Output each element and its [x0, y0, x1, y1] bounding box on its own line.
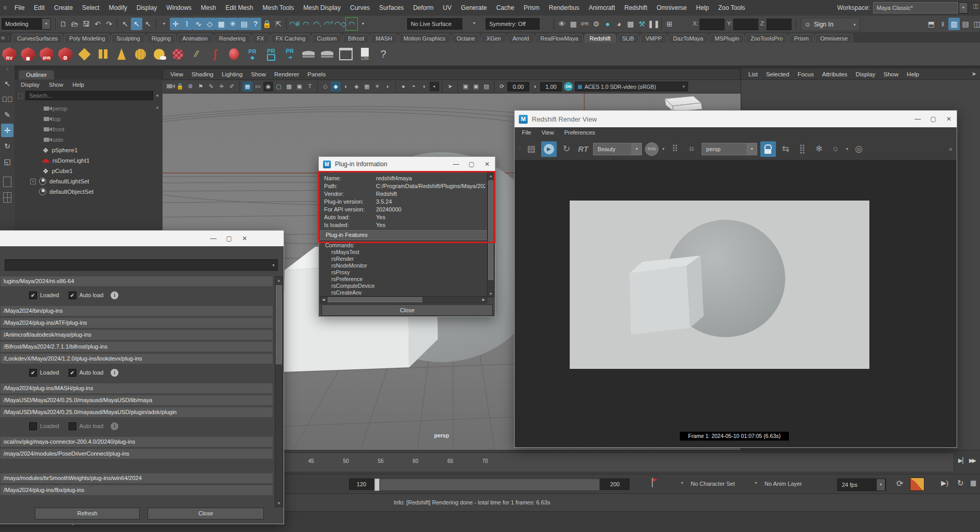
match-resolution-icon[interactable]: ⇆ [779, 141, 793, 157]
new-scene-icon[interactable]: 🗋 [58, 18, 69, 30]
minimize-icon[interactable]: — [206, 235, 221, 242]
bucket-grid-icon[interactable]: ⣿ [796, 141, 809, 157]
viewport-menu-renderer[interactable]: Renderer [270, 69, 303, 79]
outliner-search-input[interactable]: Search... [25, 91, 153, 100]
image-plane-icon[interactable]: ✎ [206, 82, 216, 91]
fps-selector[interactable]: 24 fps ▼ [837, 478, 886, 491]
maximize-icon[interactable]: ▢ [221, 235, 237, 242]
gamma-field[interactable]: 1.00 [540, 82, 562, 91]
info-icon[interactable]: i [111, 291, 118, 299]
lock-selection-icon[interactable]: 🔒 [261, 18, 273, 30]
menu-curves[interactable]: Curves [345, 0, 374, 16]
shelf-checker-sphere-button[interactable] [168, 44, 187, 64]
motion-blur-icon[interactable]: ◗ [383, 82, 393, 91]
menu-display[interactable]: Display [132, 0, 162, 16]
magnet-point-icon[interactable]: ◠. [312, 18, 323, 30]
plugin-path-row[interactable]: /maya/modules/brSmoothWeights/plug-ins/w… [1, 473, 273, 483]
lock-camera-button[interactable] [760, 141, 776, 157]
lasso-tool-icon[interactable]: ↖⃝ [1, 92, 14, 106]
lock-camera-icon[interactable]: 🔒 [175, 82, 185, 91]
scale-tool-icon[interactable]: ◱ [1, 155, 14, 168]
plugin-path-row[interactable]: /Bifrost/Maya2024/2.7.1.1/bifrost/plug-i… [1, 342, 273, 352]
screen-space-ao-icon[interactable]: ☀ [372, 82, 382, 91]
plugin-info-close-button[interactable]: Close [321, 304, 493, 316]
scroll-down-icon[interactable]: ▼ [275, 501, 283, 505]
snap-film-icon[interactable]: ▤ [238, 18, 250, 30]
snapshot-icon[interactable]: ▤ [525, 141, 538, 157]
menu-windows[interactable]: Windows [162, 0, 196, 16]
shelf-tab-animation[interactable]: Animation [177, 34, 213, 43]
search-options-caret-icon[interactable]: ▼ [155, 94, 159, 98]
highlight-selection-icon[interactable]: ⇱ [273, 18, 284, 30]
autoload-checkbox-unchecked[interactable] [69, 422, 76, 430]
select-component-icon[interactable]: ↖ [142, 18, 154, 30]
mute-audio-icon[interactable]: ▶) [941, 479, 948, 487]
grid-settings-icon[interactable]: ▦ [970, 479, 976, 487]
scroll-up-icon[interactable]: ▲ [275, 278, 283, 282]
camera-attributes-icon[interactable]: ⚙ [185, 82, 195, 91]
loaded-checkbox-unchecked[interactable] [29, 422, 37, 430]
playback-loop-icon[interactable]: ⟳ [896, 478, 903, 488]
menu-file[interactable]: File [10, 0, 29, 16]
time-slider-track[interactable]: 45 50 55 60 65 70 [236, 453, 954, 472]
wireframe-icon[interactable]: ◇ [320, 82, 330, 91]
scroll-up-icon[interactable]: ▲ [488, 174, 494, 178]
menu-prism[interactable]: Prism [519, 0, 544, 16]
render-view-menu-preferences[interactable]: Preferences [564, 129, 595, 136]
shelf-pr-gem-button[interactable]: PR◆ [243, 44, 262, 64]
scroll-up-icon[interactable]: ▲ [155, 105, 159, 110]
range-end-field[interactable]: 200 [600, 478, 629, 490]
outliner-menu-display[interactable]: Display [21, 82, 39, 88]
snap-point-icon[interactable]: ∿ [193, 18, 204, 30]
shelf-tab-daztomaya[interactable]: DazToMaya [668, 34, 708, 43]
menu-mesh-display[interactable]: Mesh Display [299, 0, 345, 16]
grid-toggle-icon[interactable]: ▦ [243, 82, 252, 91]
panel-menu-attributes[interactable]: Attributes [818, 69, 852, 79]
shelf-options-icon[interactable]: ⋮ [6, 35, 11, 40]
snap-projected-center-icon[interactable]: ◇ [204, 18, 216, 30]
live-surface-caret-icon[interactable]: ▼ [470, 18, 478, 29]
render-view-menu-view[interactable]: View [542, 129, 554, 136]
lookdev-icon[interactable]: ◕ [613, 18, 625, 30]
menu-uv[interactable]: UV [438, 0, 457, 16]
sign-in-button[interactable]: ☺ Sign In ▼ [801, 18, 860, 31]
magnet-live-icon[interactable]: ◠ [346, 18, 357, 30]
workspace-caret-icon[interactable]: ▼ [959, 2, 968, 14]
render-camera-selector[interactable]: persp▼ [702, 143, 757, 155]
attribute-editor-layout-icon[interactable]: ▤ [960, 18, 971, 30]
viewport-menu-shading[interactable]: Shading [187, 69, 218, 79]
layout-single-pane-icon[interactable] [3, 177, 11, 187]
menu-edit-mesh[interactable]: Edit Mesh [221, 0, 258, 16]
menu-surfaces[interactable]: Surfaces [374, 0, 408, 16]
exposure-field[interactable]: 0.00 [507, 82, 529, 91]
menu-set-selector[interactable]: Modeling [2, 18, 46, 30]
safe-action-icon[interactable]: ▣ [294, 82, 304, 91]
select-object-icon[interactable]: ↖ [131, 18, 142, 30]
redo-icon[interactable]: ↷ [103, 18, 115, 30]
loaded-checkbox[interactable]: ✔ [29, 369, 37, 377]
viewport-menu-panels[interactable]: Panels [303, 69, 330, 79]
move-tool-icon[interactable]: ✛ [1, 124, 14, 137]
anim-layer-caret-icon[interactable]: ▼ [754, 481, 758, 485]
shelf-sphere-cloud-button[interactable] [150, 44, 168, 64]
panel-menu-display[interactable]: Display [852, 69, 880, 79]
plugin-path-row[interactable]: /MayaUSD/Maya2024/0.25.0/mayausd/MayaUSD… [1, 407, 273, 417]
outliner-item-front[interactable]: front [15, 124, 163, 135]
close-icon[interactable]: ✕ [479, 161, 495, 168]
xray-icon[interactable]: ◓ [409, 82, 419, 91]
color-management-toggle[interactable]: ON [564, 82, 573, 91]
outliner-item-side[interactable]: side [15, 135, 163, 145]
panel-menu-focus[interactable]: Focus [794, 69, 818, 79]
shelf-menu-icon[interactable]: ▤ [1, 35, 6, 40]
menu-omniverse[interactable]: Omniverse [652, 0, 691, 16]
plugin-info-titlebar[interactable]: M Plug-in Information — ▢ ✕ [319, 157, 495, 171]
shelf-tab-curvessurfaces[interactable]: CurvesSurfaces [12, 34, 63, 43]
menu-select[interactable]: Select [77, 0, 104, 16]
undo-icon[interactable]: ↶ [92, 18, 103, 30]
autoload-checkbox[interactable]: ✔ [69, 291, 76, 299]
shelf-tab-redshift[interactable]: Redshift [584, 34, 615, 43]
character-set-caret-icon[interactable]: ▼ [680, 481, 684, 485]
auto-key-icon[interactable] [910, 477, 924, 491]
resolution-gate-icon[interactable]: ◉ [263, 82, 273, 91]
panel-menu-show[interactable]: Show [879, 69, 903, 79]
